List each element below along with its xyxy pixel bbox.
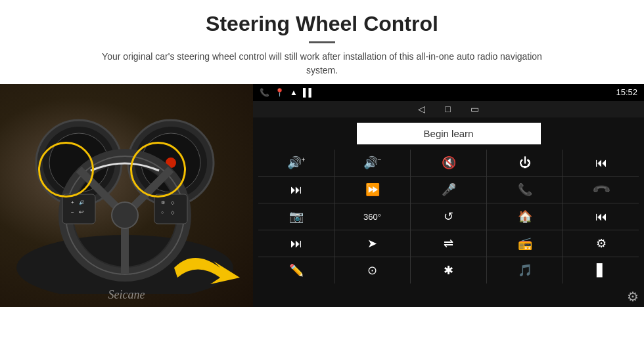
highlight-circle-left [38, 142, 94, 198]
recents-nav-icon[interactable]: ▭ [471, 104, 479, 114]
skip-forward-icon: ⏭ [290, 237, 302, 251]
home-icon: 🏠 [518, 209, 532, 224]
grid-cell-bluetooth[interactable]: ✱ [411, 257, 486, 284]
title-divider [309, 41, 335, 43]
highlight-circle-right [130, 142, 186, 198]
mute-icon: 🔇 [442, 156, 456, 170]
grid-cell-skip-back[interactable]: ⏮ [563, 203, 639, 230]
car-image-panel: + − 🔊 ↩ ⚙ ◇ ○ ◇ Seicane [0, 84, 253, 307]
back-icon: ↺ [444, 209, 453, 224]
grid-cell-tune[interactable]: ⚙ [563, 230, 639, 257]
head-unit-panel: 📞 📍 ▲ ▌▌ 15:52 ◁ □ ▭ Begin learn 🔊+ [253, 84, 644, 307]
grid-cell-skip-forward[interactable]: ⏭ [258, 230, 334, 257]
home-nav-icon[interactable]: □ [445, 104, 450, 114]
grid-cell-hangup[interactable]: 📞 [563, 177, 639, 203]
grid-cell-pen[interactable]: ✏️ [258, 257, 334, 284]
eq-icon: ⇌ [444, 236, 453, 251]
vol-up-icon: 🔊+ [287, 156, 306, 170]
camera-icon: 📷 [289, 209, 304, 224]
svg-text:↩: ↩ [79, 209, 84, 215]
grid-cell-radio[interactable]: 📻 [487, 230, 563, 257]
seicane-watermark: Seicane [108, 288, 145, 302]
grid-cell-fast-forward[interactable]: ⏩ [334, 177, 410, 203]
svg-text:⚙: ⚙ [161, 200, 165, 205]
icon-grid: 🔊+ 🔊− 🔇 ⏻ ⏮ ⏭ ⏩ 🎤 [258, 150, 639, 284]
svg-text:🔊: 🔊 [79, 200, 85, 205]
mic-icon: 🎤 [442, 182, 456, 197]
grid-cell-call[interactable]: 📞 [487, 177, 563, 203]
circle-icon: ⊙ [367, 263, 377, 278]
status-left: 📞 📍 ▲ ▌▌ [260, 88, 314, 97]
grid-cell-home[interactable]: 🏠 [487, 203, 563, 230]
nav-bar[interactable]: ◁ □ ▭ [253, 101, 644, 118]
location-icon: 📍 [275, 88, 285, 97]
navigate-icon: ➤ [367, 236, 377, 251]
call-icon: 📞 [518, 182, 532, 197]
360-icon: 360° [363, 212, 381, 222]
svg-text:−: − [71, 209, 74, 215]
grid-cell-next-track[interactable]: ⏭ [258, 177, 334, 203]
grid-cell-mute[interactable]: 🔇 [411, 150, 486, 176]
grid-cell-eq[interactable]: ⇌ [411, 230, 486, 257]
grid-cell-navigate[interactable]: ➤ [334, 230, 410, 257]
tune-icon: ⚙ [596, 236, 607, 251]
settings-icon[interactable]: ⚙ [627, 289, 639, 304]
grid-cell-camera[interactable]: 📷 [258, 203, 334, 230]
page-header: Steering Wheel Control Your original car… [0, 0, 644, 84]
begin-learn-button[interactable]: Begin learn [357, 123, 541, 144]
grid-cell-prev-track[interactable]: ⏮ [563, 150, 639, 176]
page-subtitle: Your original car's steering wheel contr… [92, 50, 552, 77]
power-icon: ⏻ [519, 156, 531, 170]
svg-point-14 [112, 202, 138, 228]
yellow-arrow [168, 242, 246, 294]
equalizer-icon: ▋ [597, 263, 606, 278]
next-track-icon: ⏭ [290, 183, 302, 197]
clock: 15:52 [616, 87, 637, 97]
svg-text:+: + [71, 200, 74, 205]
fast-forward-icon: ⏩ [365, 182, 380, 197]
wifi-icon: ▲ [290, 88, 298, 97]
grid-cell-vol-down[interactable]: 🔊− [334, 150, 410, 176]
back-nav-icon[interactable]: ◁ [418, 104, 425, 114]
grid-cell-music[interactable]: 🎵 [487, 257, 563, 284]
grid-cell-back[interactable]: ↺ [411, 203, 486, 230]
grid-cell-power[interactable]: ⏻ [487, 150, 563, 176]
status-right: 15:52 [616, 87, 637, 97]
signal-icon: ▌▌ [303, 88, 314, 97]
svg-text:○: ○ [161, 210, 164, 215]
grid-cell-mic[interactable]: 🎤 [411, 177, 486, 203]
grid-cell-circle[interactable]: ⊙ [334, 257, 410, 284]
begin-learn-row: Begin learn [253, 117, 644, 150]
vol-down-icon: 🔊− [363, 156, 382, 170]
prev-track-icon: ⏮ [595, 156, 607, 170]
svg-rect-20 [154, 194, 187, 224]
bottom-bar: ⚙ [253, 287, 644, 307]
pen-icon: ✏️ [289, 263, 304, 278]
page-title: Steering Wheel Control [26, 12, 618, 36]
hangup-icon: 📞 [591, 179, 611, 200]
grid-cell-vol-up[interactable]: 🔊+ [258, 150, 334, 176]
radio-icon: 📻 [518, 236, 532, 251]
skip-back-icon: ⏮ [595, 210, 607, 224]
grid-cell-360[interactable]: 360° [334, 203, 410, 230]
phone-icon: 📞 [260, 88, 269, 97]
grid-cell-equalizer[interactable]: ▋ [563, 257, 639, 284]
bluetooth-icon: ✱ [444, 263, 453, 278]
music-icon: 🎵 [518, 263, 532, 278]
status-bar: 📞 📍 ▲ ▌▌ 15:52 [253, 84, 644, 101]
